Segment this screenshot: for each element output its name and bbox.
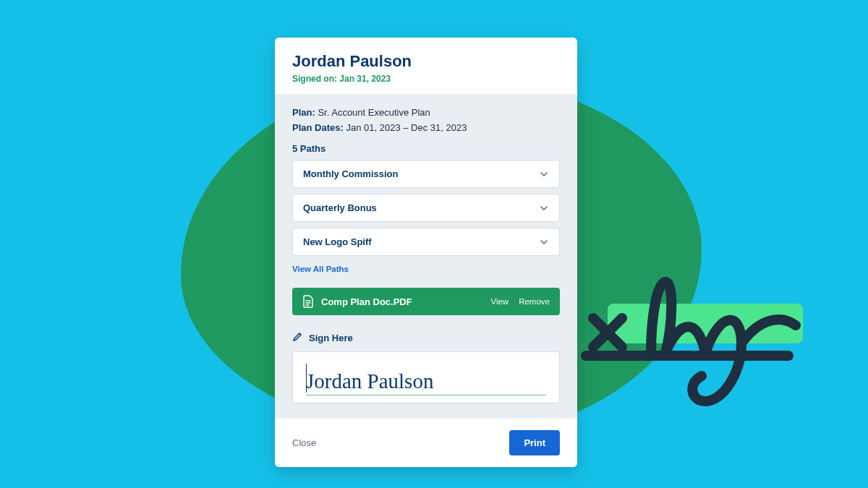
document-view-link[interactable]: View xyxy=(490,297,509,306)
signature-highlight xyxy=(608,304,803,343)
modal-footer: Close Print xyxy=(275,418,577,467)
path-item-monthly-commission[interactable]: Monthly Commission xyxy=(292,160,560,188)
text-cursor xyxy=(306,364,307,393)
chevron-down-icon xyxy=(539,237,549,247)
plan-row: Plan: Sr. Account Executive Plan xyxy=(292,107,560,118)
sign-here-label: Sign Here xyxy=(292,331,560,344)
path-item-quarterly-bonus[interactable]: Quarterly Bonus xyxy=(292,194,560,222)
modal-header: Jordan Paulson Signed on: Jan 31, 2023 xyxy=(275,38,577,94)
sign-here-text: Sign Here xyxy=(309,333,353,343)
signature-modal: Jordan Paulson Signed on: Jan 31, 2023 P… xyxy=(275,38,577,467)
plan-dates-label: Plan Dates: xyxy=(292,122,344,133)
signed-on-text: Signed on: Jan 31, 2023 xyxy=(292,74,560,84)
plan-dates-value: Jan 01, 2023 – Dec 31, 2023 xyxy=(346,122,467,133)
modal-body: Plan: Sr. Account Executive Plan Plan Da… xyxy=(275,94,577,418)
view-all-paths-link[interactable]: View All Paths xyxy=(292,265,349,273)
signature-input[interactable]: Jordan Paulson xyxy=(292,351,560,403)
path-label: Monthly Commission xyxy=(303,168,398,179)
path-label: Quarterly Bonus xyxy=(303,202,377,213)
document-icon xyxy=(302,295,314,308)
pen-icon xyxy=(292,331,303,344)
paths-count: 5 Paths xyxy=(292,143,560,154)
close-button[interactable]: Close xyxy=(292,437,316,448)
document-name: Comp Plan Doc.PDF xyxy=(321,296,480,307)
path-item-new-logo-spiff[interactable]: New Logo Spiff xyxy=(292,228,560,256)
user-name: Jordan Paulson xyxy=(292,52,560,71)
print-button[interactable]: Print xyxy=(509,430,560,455)
path-label: New Logo Spiff xyxy=(303,236,372,247)
plan-dates-row: Plan Dates: Jan 01, 2023 – Dec 31, 2023 xyxy=(292,122,560,133)
document-remove-link[interactable]: Remove xyxy=(519,297,550,306)
chevron-down-icon xyxy=(539,203,549,213)
chevron-down-icon xyxy=(539,169,549,179)
plan-value: Sr. Account Executive Plan xyxy=(318,107,430,118)
plan-label: Plan: xyxy=(292,107,315,118)
signature-value: Jordan Paulson xyxy=(306,369,546,395)
document-bar: Comp Plan Doc.PDF View Remove xyxy=(292,288,560,315)
